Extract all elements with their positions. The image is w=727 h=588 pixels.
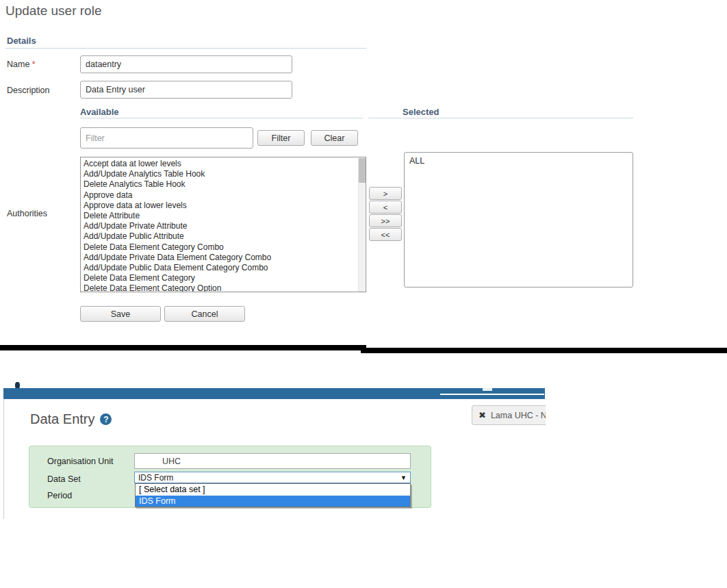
save-button[interactable]: Save [80, 306, 161, 322]
selected-authorities-list[interactable]: ALL [404, 152, 633, 287]
list-item[interactable]: Delete Analytics Table Hook [84, 179, 356, 190]
filter-button[interactable]: Filter [257, 130, 305, 146]
list-item[interactable]: ALL [409, 156, 628, 166]
list-item[interactable]: Add/Update Analytics Table Hook [84, 169, 356, 179]
list-item[interactable]: Approve data at lower levels [84, 201, 356, 211]
authorities-label: Authorities [7, 209, 47, 218]
cropped-menu-text-artifact [483, 388, 492, 391]
list-item[interactable]: Delete Attribute [84, 211, 356, 221]
available-header: Available [80, 107, 119, 117]
list-item[interactable]: Add/Update Private Attribute [84, 221, 356, 231]
dropdown-option[interactable]: [ Select data set ] [136, 484, 410, 496]
page-title: Update user role [5, 3, 101, 18]
details-divider [5, 48, 366, 49]
details-section-header: Details [7, 36, 36, 46]
description-label: Description [7, 86, 50, 95]
scrollbar-track[interactable] [358, 158, 365, 292]
menu-item-underline [440, 394, 544, 395]
list-item[interactable]: Add/Update Public Data Element Category … [84, 263, 356, 273]
org-unit-badge[interactable]: ✖ Lama UHC - No [472, 405, 546, 425]
app-header-bar [3, 388, 545, 399]
clear-button[interactable]: Clear [311, 130, 358, 146]
list-item[interactable]: Delete Data Element Category [84, 273, 356, 283]
close-icon[interactable]: ✖ [479, 411, 486, 420]
organisation-unit-label: Organisation Unit [47, 457, 114, 466]
available-authorities-list[interactable]: Accept data at lower levels Add/Update A… [80, 157, 366, 292]
available-divider [80, 118, 363, 118]
required-asterisk: * [32, 60, 36, 69]
organisation-unit-field[interactable] [134, 453, 411, 469]
scrollbar-thumb[interactable] [359, 158, 366, 183]
selected-header: Selected [403, 107, 439, 117]
description-input[interactable] [80, 81, 292, 99]
content-left-border [3, 399, 4, 519]
move-selected-right-button[interactable]: > [369, 187, 402, 200]
data-set-label: Data Set [47, 474, 81, 484]
move-all-right-button[interactable]: >> [369, 214, 402, 227]
list-item[interactable]: Delete Data Element Category Combo [84, 242, 356, 253]
selected-divider [403, 118, 633, 118]
filter-input[interactable] [80, 127, 253, 149]
screenshot-divider-right [361, 348, 727, 353]
data-set-select[interactable]: IDS Form ▼ [134, 472, 411, 483]
dropdown-arrow-icon: ▼ [400, 474, 407, 481]
data-entry-screen: Data Entry ? ✖ Lama UHC - No Organisatio… [0, 370, 546, 588]
screenshot-stage: Update user role Details Name * Descript… [0, 0, 727, 588]
move-selected-left-button[interactable]: < [369, 201, 402, 214]
list-item[interactable]: Add/Update Private Data Element Category… [84, 253, 356, 263]
org-unit-badge-label: Lama UHC - No [491, 411, 546, 420]
data-set-selected-value: IDS Form [138, 473, 173, 483]
list-item[interactable]: Accept data at lower levels [84, 159, 356, 169]
period-label: Period [47, 491, 72, 500]
name-label: Name * [7, 60, 36, 69]
list-item[interactable]: Approve data [84, 190, 356, 201]
data-entry-title: Data Entry ? [30, 411, 112, 427]
middle-divider [368, 118, 402, 118]
screenshot-divider-left [0, 345, 366, 350]
cancel-button[interactable]: Cancel [164, 306, 245, 322]
dropdown-option-highlighted[interactable]: IDS Form [136, 496, 410, 507]
data-entry-selection-panel: Organisation Unit Data Set IDS Form ▼ Pe… [29, 446, 431, 508]
name-input[interactable] [80, 55, 292, 73]
list-item[interactable]: Delete Data Element Category Option [84, 283, 356, 292]
help-icon[interactable]: ? [100, 413, 112, 425]
list-item[interactable]: Add/Update Public Attribute [84, 231, 356, 242]
data-set-dropdown-list: [ Select data set ] IDS Form [135, 483, 411, 507]
move-all-left-button[interactable]: << [369, 228, 402, 241]
